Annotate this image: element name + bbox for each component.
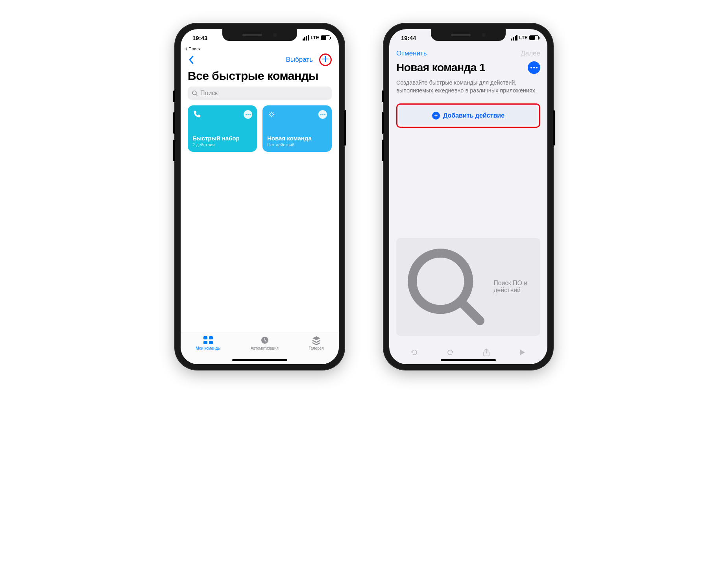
card-menu-button[interactable]	[318, 110, 327, 119]
phone-left: 19:43 LTE Поиск Выбрать	[175, 24, 344, 370]
home-indicator[interactable]	[232, 359, 287, 361]
breadcrumb-label: Поиск	[188, 46, 200, 51]
signal-icon	[511, 35, 518, 41]
card-title: Быстрый набор	[192, 135, 252, 142]
tab-gallery[interactable]: Галерея	[309, 335, 323, 364]
status-time: 19:43	[192, 35, 207, 41]
tab-label: Автоматизация	[251, 346, 279, 350]
card-subtitle: Нет действий	[267, 142, 327, 147]
battery-icon	[321, 35, 330, 40]
description-text: Создавайте быстрые команды для действий,…	[389, 77, 547, 103]
card-subtitle: 2 действия	[192, 142, 252, 147]
nav-bar: Выбрать	[181, 51, 339, 68]
notch	[431, 29, 506, 41]
card-menu-button[interactable]	[244, 110, 252, 119]
grid-icon	[203, 335, 213, 345]
search-placeholder: Поиск	[200, 90, 218, 97]
next-button[interactable]: Далее	[521, 50, 540, 57]
cancel-button[interactable]: Отменить	[396, 50, 427, 57]
tab-label: Мои команды	[196, 346, 220, 350]
svg-rect-3	[203, 341, 207, 344]
share-button[interactable]	[482, 348, 491, 358]
stack-icon	[311, 335, 322, 345]
add-highlight	[319, 53, 332, 66]
more-button[interactable]	[528, 61, 540, 74]
network-label: LTE	[310, 35, 319, 41]
add-action-label: Добавить действие	[443, 112, 504, 119]
search-actions-input[interactable]: Поиск ПО и действий	[396, 238, 540, 336]
nav-bar: Отменить Далее	[389, 46, 547, 60]
search-input[interactable]: Поиск	[188, 87, 332, 100]
battery-icon	[529, 35, 539, 40]
svg-rect-4	[209, 341, 213, 344]
shortcut-card-new-command[interactable]: Новая команда Нет действий	[262, 105, 332, 152]
add-action-button[interactable]: + Добавить действие	[399, 106, 538, 125]
shortcut-card-speed-dial[interactable]: Быстрый набор 2 действия	[188, 105, 257, 152]
card-title: Новая команда	[267, 135, 327, 142]
phone-icon	[192, 110, 201, 120]
status-time: 19:44	[401, 35, 416, 41]
play-button[interactable]	[518, 348, 527, 358]
notch	[222, 29, 297, 41]
page-title: Все быстрые команды	[181, 68, 339, 87]
add-action-highlight: + Добавить действие	[396, 103, 540, 128]
tab-label: Галерея	[309, 346, 323, 350]
add-button[interactable]	[322, 55, 329, 64]
phone-right: 19:44 LTE Отменить Далее Новая команда 1…	[384, 24, 553, 370]
redo-button[interactable]	[446, 348, 455, 358]
svg-rect-1	[203, 336, 207, 339]
home-indicator[interactable]	[441, 359, 496, 361]
wand-icon	[267, 110, 276, 120]
undo-button[interactable]	[410, 348, 419, 358]
plus-icon: +	[432, 112, 440, 120]
search-icon	[192, 90, 198, 96]
back-button[interactable]	[188, 55, 194, 64]
network-label: LTE	[519, 35, 528, 41]
signal-icon	[303, 35, 309, 41]
page-title: Новая команда 1	[396, 61, 485, 74]
breadcrumb[interactable]: Поиск	[181, 46, 339, 51]
search-icon	[401, 242, 491, 332]
svg-rect-2	[209, 336, 213, 339]
select-button[interactable]: Выбрать	[286, 56, 313, 64]
clock-icon	[260, 335, 270, 345]
tab-my-commands[interactable]: Мои команды	[196, 335, 220, 364]
plus-icon	[322, 55, 329, 63]
search-placeholder: Поиск ПО и действий	[493, 280, 536, 294]
